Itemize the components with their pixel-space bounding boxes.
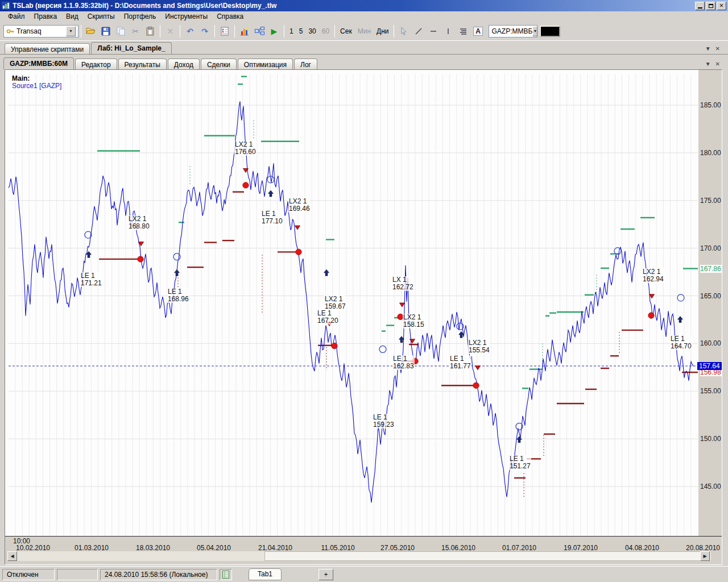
trade-label: LX2 1 158.15 — [403, 314, 425, 329]
last-price-tag: 157.64 — [697, 362, 722, 370]
tab-optimization[interactable]: Оптимизация — [238, 59, 293, 69]
add-tab-button[interactable]: + — [318, 569, 333, 580]
hi-level-axis-label: 167.86 — [700, 265, 722, 273]
hline-tool-button[interactable] — [426, 24, 441, 39]
menu-file[interactable]: Файл — [3, 11, 30, 22]
chevron-down-icon[interactable]: ▼ — [532, 26, 537, 36]
tab-close-icon[interactable]: ✕ — [715, 61, 720, 67]
properties-button[interactable] — [217, 24, 232, 39]
trade-label: LX2 1 162.94 — [642, 268, 664, 283]
horizontal-scrollbar[interactable]: ◀ ▶ — [7, 551, 711, 561]
restore-button[interactable] — [706, 2, 715, 10]
scrollbar-thumb[interactable] — [264, 551, 701, 561]
connection-combo[interactable]: Transaq ▼ — [3, 25, 78, 38]
workspace: GAZP:ММВБ:60M Редактор Результаты Доход … — [0, 54, 728, 566]
cut-button[interactable]: ✂ — [128, 24, 143, 39]
scroll-left-icon[interactable]: ◀ — [7, 551, 17, 561]
menu-edit[interactable]: Правка — [30, 11, 62, 22]
trade-label: LE 1 151.27 — [509, 455, 531, 470]
trade-label: LX2 1 169.46 — [288, 198, 311, 213]
trade-label: LE 1 161.77 — [449, 355, 471, 370]
trade-label: LX2 1 155.54 — [468, 339, 490, 354]
menu-scripts[interactable]: Скрипты — [83, 11, 119, 22]
tab-chart-gazp[interactable]: GAZP:ММВБ:60M — [3, 57, 74, 69]
price-tick-label: 155.00 — [700, 387, 722, 395]
lines-list-icon — [459, 27, 468, 35]
vertical-line-icon — [444, 27, 452, 35]
copy-button[interactable] — [113, 24, 128, 39]
status-empty-panel — [57, 569, 98, 580]
date-tick-label: 04.08.2010 — [619, 544, 665, 551]
redo-button[interactable]: ↷ — [197, 24, 212, 39]
chevron-down-icon[interactable]: ▼ — [66, 26, 76, 36]
floppy-disk-icon — [101, 27, 110, 36]
paste-button[interactable] — [143, 24, 158, 39]
log-grid-icon[interactable] — [220, 569, 232, 580]
undo-icon: ↶ — [187, 27, 193, 35]
open-button[interactable] — [84, 24, 98, 39]
clipboard-icon — [146, 27, 155, 36]
tab-list-dropdown-icon[interactable]: ▼ — [705, 46, 711, 52]
scroll-right-icon[interactable]: ▶ — [700, 551, 710, 561]
folder-open-icon — [86, 27, 96, 35]
menu-bar: Файл Правка Вид Скрипты Портфель Инструм… — [0, 11, 728, 22]
unit-min-button[interactable]: Мин — [355, 26, 374, 37]
unit-day-button[interactable]: Дни — [374, 26, 391, 37]
text-tool-button[interactable]: A — [470, 24, 485, 39]
price-axis[interactable]: 185.00180.00175.00170.00165.00160.00155.… — [698, 70, 722, 536]
menu-view[interactable]: Вид — [61, 11, 83, 22]
chart-button[interactable] — [237, 24, 252, 39]
cursor-arrow-icon — [400, 27, 408, 35]
symbol-combo[interactable]: GAZP:ММВБ ▼ — [489, 25, 537, 38]
save-button[interactable] — [98, 24, 113, 39]
undo-button[interactable]: ↶ — [183, 24, 197, 39]
diagonal-line-icon — [415, 27, 423, 35]
tab-trades[interactable]: Сделки — [201, 59, 237, 69]
bar-chart-icon — [240, 27, 249, 36]
tab-income[interactable]: Доход — [168, 59, 200, 69]
date-tick-label: 01.03.2010 — [69, 544, 114, 551]
play-icon: ▶ — [271, 27, 278, 35]
trendline-tool-button[interactable] — [411, 24, 426, 39]
trade-label: LE 1 168.96 — [167, 288, 189, 303]
horizontal-line-icon — [429, 27, 437, 35]
pointer-tool-button[interactable] — [396, 24, 411, 39]
trade-label: LE 1 167.20 — [317, 310, 339, 325]
timeframe-1-button[interactable]: 1 — [287, 26, 296, 37]
timeframe-30-button[interactable]: 30 — [305, 26, 318, 37]
letter-a-icon: A — [473, 27, 483, 36]
trade-label: LE 1 159.23 — [373, 414, 395, 429]
tab-script-management[interactable]: Управление скриптами — [5, 43, 90, 54]
timeframe-5-button[interactable]: 5 — [296, 26, 306, 37]
toolbar: Transaq ▼ ✂ ✕ ↶ ↷ ▶ 1 5 30 60 Сек Мин Дн… — [0, 22, 728, 41]
bottom-tab-tab1[interactable]: Tab1 — [249, 568, 282, 580]
color-swatch-button[interactable] — [540, 26, 560, 37]
trade-label: LX 1 162.72 — [392, 276, 414, 291]
time-axis[interactable]: 10:00 10.02.201001.03.201018.03.201005.0… — [5, 536, 722, 551]
minimize-button[interactable] — [695, 2, 705, 10]
price-chart[interactable] — [9, 74, 698, 536]
close-button[interactable]: ✕ — [717, 2, 726, 10]
tab-close-icon[interactable]: ✕ — [715, 46, 720, 52]
script-diagram-button[interactable] — [252, 24, 267, 39]
trade-label: LX2 1 176.60 — [234, 141, 257, 156]
vline-tool-button[interactable] — [441, 24, 456, 39]
menu-portfolio[interactable]: Портфель — [119, 11, 161, 22]
tab-log[interactable]: Лог — [294, 59, 317, 69]
tab-results[interactable]: Результаты — [118, 59, 167, 69]
date-tick-label: 20.08.2010 — [680, 544, 722, 551]
tab-lab-hi-lo-sample[interactable]: Лаб: Hi_Lo_Sample_ — [91, 42, 172, 54]
date-tick-label: 05.04.2010 — [191, 544, 237, 551]
run-button[interactable]: ▶ — [267, 24, 282, 39]
levels-tool-button[interactable] — [456, 24, 470, 39]
trade-label: LX2 1 159.67 — [324, 296, 346, 310]
delete-x-icon: ✕ — [167, 27, 173, 35]
menu-help[interactable]: Справка — [212, 11, 248, 22]
tab-list-dropdown-icon[interactable]: ▼ — [705, 61, 711, 67]
date-tick-label: 18.03.2010 — [130, 544, 176, 551]
timeframe-60-button[interactable]: 60 — [319, 26, 332, 37]
unit-sec-button[interactable]: Сек — [337, 26, 355, 37]
tab-editor[interactable]: Редактор — [75, 59, 117, 69]
menu-tools[interactable]: Инструменты — [160, 11, 212, 22]
delete-button[interactable]: ✕ — [163, 24, 177, 39]
